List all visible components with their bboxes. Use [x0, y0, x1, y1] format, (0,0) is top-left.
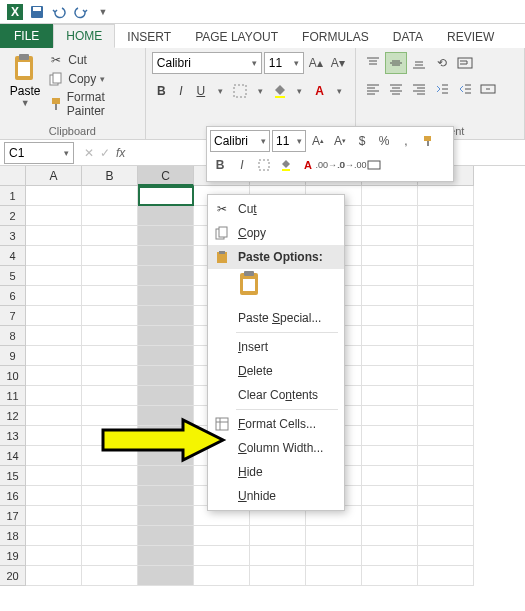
- cell[interactable]: [82, 426, 138, 446]
- italic-button[interactable]: I: [172, 80, 191, 102]
- row-header[interactable]: 2: [0, 206, 26, 226]
- row-header[interactable]: 19: [0, 546, 26, 566]
- menu-cut[interactable]: ✂Cut: [208, 197, 344, 221]
- cell[interactable]: [26, 186, 82, 206]
- cell[interactable]: [362, 266, 418, 286]
- align-bottom-button[interactable]: [408, 52, 430, 74]
- paste-option-button[interactable]: [238, 271, 262, 299]
- cell[interactable]: [138, 386, 194, 406]
- cell[interactable]: [82, 246, 138, 266]
- merge-center-button[interactable]: [477, 78, 499, 100]
- row-header[interactable]: 14: [0, 446, 26, 466]
- cell[interactable]: [418, 186, 474, 206]
- redo-icon[interactable]: [72, 3, 90, 21]
- mini-merge[interactable]: [364, 154, 384, 176]
- cell[interactable]: [138, 486, 194, 506]
- cell[interactable]: [26, 266, 82, 286]
- cell[interactable]: [82, 366, 138, 386]
- cell[interactable]: [306, 546, 362, 566]
- font-name-combo[interactable]: Calibri▾: [152, 52, 262, 74]
- cell[interactable]: [26, 546, 82, 566]
- tab-page-layout[interactable]: PAGE LAYOUT: [183, 26, 290, 48]
- borders-button[interactable]: [231, 80, 250, 102]
- enter-formula-icon[interactable]: ✓: [100, 146, 110, 160]
- cell[interactable]: [362, 286, 418, 306]
- cell[interactable]: [418, 526, 474, 546]
- cell[interactable]: [82, 466, 138, 486]
- grow-font-button[interactable]: A▴: [306, 52, 326, 74]
- cell[interactable]: [82, 306, 138, 326]
- menu-clear-contents[interactable]: Clear Contents: [208, 383, 344, 407]
- column-header[interactable]: A: [26, 166, 82, 186]
- tab-data[interactable]: DATA: [381, 26, 435, 48]
- cell[interactable]: [362, 566, 418, 586]
- cell[interactable]: [26, 426, 82, 446]
- row-header[interactable]: 10: [0, 366, 26, 386]
- cell[interactable]: [82, 406, 138, 426]
- row-header[interactable]: 12: [0, 406, 26, 426]
- wrap-text-button[interactable]: [454, 52, 476, 74]
- cancel-formula-icon[interactable]: ✕: [84, 146, 94, 160]
- cell[interactable]: [26, 506, 82, 526]
- cell[interactable]: [82, 446, 138, 466]
- cell[interactable]: [418, 266, 474, 286]
- cell[interactable]: [138, 526, 194, 546]
- cell[interactable]: [138, 366, 194, 386]
- row-header[interactable]: 13: [0, 426, 26, 446]
- cell[interactable]: [82, 526, 138, 546]
- cell[interactable]: [82, 546, 138, 566]
- paste-button[interactable]: Paste ▼: [6, 52, 44, 118]
- fill-color-dropdown[interactable]: ▾: [290, 80, 309, 102]
- cell[interactable]: [82, 486, 138, 506]
- cell[interactable]: [306, 566, 362, 586]
- row-header[interactable]: 4: [0, 246, 26, 266]
- cell[interactable]: [418, 286, 474, 306]
- menu-insert[interactable]: Insert: [208, 335, 344, 359]
- align-center-button[interactable]: [385, 78, 407, 100]
- row-header[interactable]: 20: [0, 566, 26, 586]
- cell[interactable]: [418, 246, 474, 266]
- cell[interactable]: [362, 486, 418, 506]
- row-header[interactable]: 7: [0, 306, 26, 326]
- cell[interactable]: [82, 186, 138, 206]
- cut-button[interactable]: ✂Cut: [48, 52, 139, 68]
- font-color-button[interactable]: A: [310, 80, 329, 102]
- cell[interactable]: [362, 346, 418, 366]
- cell[interactable]: [138, 186, 194, 206]
- cell[interactable]: [26, 286, 82, 306]
- align-right-button[interactable]: [408, 78, 430, 100]
- cell[interactable]: [362, 506, 418, 526]
- name-box[interactable]: C1▾: [4, 142, 74, 164]
- decrease-indent-button[interactable]: [431, 78, 453, 100]
- cell[interactable]: [362, 446, 418, 466]
- mini-format-painter[interactable]: [418, 130, 438, 152]
- cell[interactable]: [82, 566, 138, 586]
- cell[interactable]: [418, 466, 474, 486]
- row-header[interactable]: 5: [0, 266, 26, 286]
- cell[interactable]: [26, 406, 82, 426]
- mini-italic[interactable]: I: [232, 154, 252, 176]
- cell[interactable]: [362, 186, 418, 206]
- row-header[interactable]: 18: [0, 526, 26, 546]
- cell[interactable]: [418, 446, 474, 466]
- undo-icon[interactable]: [50, 3, 68, 21]
- mini-size-combo[interactable]: 11▾: [272, 130, 306, 152]
- cell[interactable]: [82, 326, 138, 346]
- tab-insert[interactable]: INSERT: [115, 26, 183, 48]
- menu-format-cells[interactable]: Format Cells...: [208, 412, 344, 436]
- tab-home[interactable]: HOME: [53, 24, 115, 48]
- cell[interactable]: [418, 386, 474, 406]
- copy-button[interactable]: Copy▾: [48, 71, 139, 87]
- cell[interactable]: [418, 306, 474, 326]
- row-header[interactable]: 16: [0, 486, 26, 506]
- cell[interactable]: [138, 246, 194, 266]
- row-header[interactable]: 11: [0, 386, 26, 406]
- select-all-corner[interactable]: [0, 166, 26, 186]
- qat-dropdown-icon[interactable]: ▼: [94, 3, 112, 21]
- cell[interactable]: [194, 546, 250, 566]
- row-header[interactable]: 9: [0, 346, 26, 366]
- cell[interactable]: [362, 226, 418, 246]
- cell[interactable]: [362, 246, 418, 266]
- mini-shrink-font[interactable]: A▾: [330, 130, 350, 152]
- row-header[interactable]: 15: [0, 466, 26, 486]
